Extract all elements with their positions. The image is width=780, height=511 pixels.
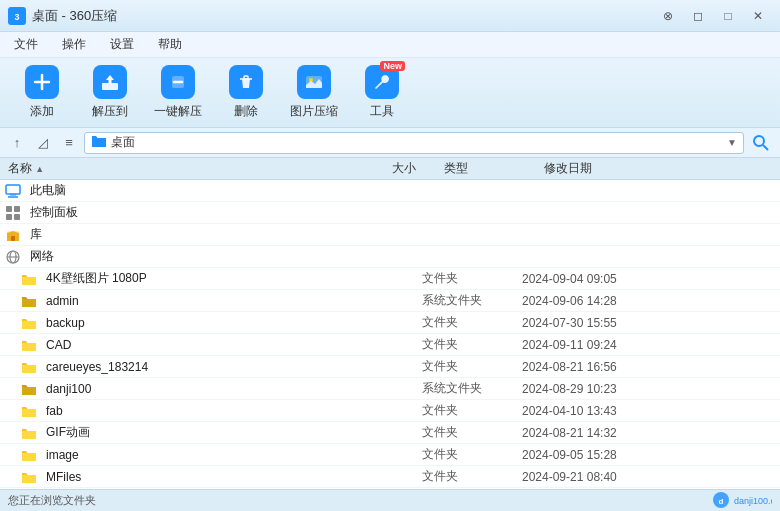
file-icon (20, 314, 38, 332)
table-row[interactable]: 控制面板 (0, 202, 780, 224)
address-bar: ↑ ◿ ≡ 桌面 ▼ (0, 128, 780, 158)
path-text: 桌面 (111, 134, 723, 151)
file-icon (20, 270, 38, 288)
file-name: CAD (4, 336, 342, 354)
svg-point-17 (754, 136, 764, 146)
svg-rect-22 (6, 206, 12, 212)
menu-operation[interactable]: 操作 (56, 34, 92, 55)
table-row[interactable]: music 文件夹 2024-03-30 15:32 (0, 488, 780, 489)
file-name: danji100 (4, 380, 342, 398)
menu-file[interactable]: 文件 (8, 34, 44, 55)
file-icon (20, 402, 38, 420)
delete-icon (229, 65, 263, 99)
maximize-button[interactable]: □ (714, 5, 742, 27)
extract-to-button[interactable]: 解压到 (78, 62, 142, 124)
file-date: 2024-09-21 08:40 (522, 470, 662, 484)
table-row[interactable]: backup 文件夹 2024-07-30 15:55 (0, 312, 780, 334)
file-name: 网络 (4, 248, 342, 266)
svg-rect-27 (11, 236, 15, 241)
title-bar-left: 3 桌面 - 360压缩 (8, 7, 117, 25)
new-badge: New (380, 61, 405, 71)
file-icon (20, 292, 38, 310)
file-icon (20, 424, 38, 442)
close-button[interactable]: ✕ (744, 5, 772, 27)
table-row[interactable]: 网络 (0, 246, 780, 268)
file-date: 2024-09-11 09:24 (522, 338, 662, 352)
menu-help[interactable]: 帮助 (152, 34, 188, 55)
table-row[interactable]: GIF动画 文件夹 2024-08-21 14:32 (0, 422, 780, 444)
file-icon (20, 468, 38, 486)
minimize-button[interactable]: ⊗ (654, 5, 682, 27)
file-icon (20, 380, 38, 398)
tools-button[interactable]: New 工具 (350, 62, 414, 124)
file-date: 2024-09-06 14:28 (522, 294, 662, 308)
view-list-button[interactable]: ≡ (58, 132, 80, 154)
table-row[interactable]: admin 系统文件夹 2024-09-06 14:28 (0, 290, 780, 312)
table-row[interactable]: CAD 文件夹 2024-09-11 09:24 (0, 334, 780, 356)
file-icon (4, 248, 22, 266)
one-extract-label: 一键解压 (154, 103, 202, 120)
file-type: 文件夹 (422, 468, 522, 485)
window-title: 桌面 - 360压缩 (32, 7, 117, 25)
col-name-header[interactable]: 名称 ▲ (4, 160, 364, 177)
file-name: 4K壁纸图片 1080P (4, 270, 342, 288)
view-grid-button[interactable]: ◿ (32, 132, 54, 154)
col-date-header[interactable]: 修改日期 (544, 160, 684, 177)
col-type-header[interactable]: 类型 (444, 160, 544, 177)
search-button[interactable] (748, 132, 774, 154)
file-date: 2024-08-29 10:23 (522, 382, 662, 396)
restore-button[interactable]: ◻ (684, 5, 712, 27)
file-name: GIF动画 (4, 424, 342, 442)
svg-text:3: 3 (14, 12, 19, 22)
file-type: 文件夹 (422, 424, 522, 441)
path-box[interactable]: 桌面 ▼ (84, 132, 744, 154)
file-list: 此电脑 控制面板 库 网络 4K壁纸图片 1080P (0, 180, 780, 489)
delete-button[interactable]: 删除 (214, 62, 278, 124)
sort-indicator: ▲ (35, 164, 44, 174)
file-date: 2024-09-04 09:05 (522, 272, 662, 286)
svg-rect-25 (14, 214, 20, 220)
table-row[interactable]: fab 文件夹 2024-04-10 13:43 (0, 400, 780, 422)
back-button[interactable]: ↑ (6, 132, 28, 154)
menu-settings[interactable]: 设置 (104, 34, 140, 55)
table-row[interactable]: 此电脑 (0, 180, 780, 202)
path-folder-icon (91, 134, 107, 151)
table-row[interactable]: danji100 系统文件夹 2024-08-29 10:23 (0, 378, 780, 400)
file-type: 文件夹 (422, 358, 522, 375)
file-name: backup (4, 314, 342, 332)
file-icon (4, 182, 22, 200)
img-compress-button[interactable]: 图片压缩 (282, 62, 346, 124)
file-name: image (4, 446, 342, 464)
one-extract-icon (161, 65, 195, 99)
add-icon (25, 65, 59, 99)
add-button[interactable]: 添加 (10, 62, 74, 124)
file-date: 2024-08-21 14:32 (522, 426, 662, 440)
dropdown-arrow-icon: ▼ (727, 137, 737, 148)
file-icon (20, 446, 38, 464)
file-type: 系统文件夹 (422, 380, 522, 397)
status-text: 您正在浏览文件夹 (8, 493, 96, 508)
table-row[interactable]: image 文件夹 2024-09-05 15:28 (0, 444, 780, 466)
status-bar: 您正在浏览文件夹 d danji100.com (0, 489, 780, 511)
img-compress-icon (297, 65, 331, 99)
file-name: careueyes_183214 (4, 358, 342, 376)
one-extract-button[interactable]: 一键解压 (146, 62, 210, 124)
table-row[interactable]: 库 (0, 224, 780, 246)
table-row[interactable]: careueyes_183214 文件夹 2024-08-21 16:56 (0, 356, 780, 378)
file-area: 名称 ▲ 大小 类型 修改日期 此电脑 控制面板 (0, 158, 780, 489)
img-compress-label: 图片压缩 (290, 103, 338, 120)
watermark: d danji100.com (712, 491, 772, 511)
col-size-header[interactable]: 大小 (364, 160, 444, 177)
extract-to-label: 解压到 (92, 103, 128, 120)
table-row[interactable]: 4K壁纸图片 1080P 文件夹 2024-09-04 09:05 (0, 268, 780, 290)
add-label: 添加 (30, 103, 54, 120)
svg-rect-20 (10, 194, 16, 196)
file-type: 文件夹 (422, 402, 522, 419)
table-row[interactable]: MFiles 文件夹 2024-09-21 08:40 (0, 466, 780, 488)
svg-text:danji100.com: danji100.com (734, 496, 772, 506)
tools-icon: New (365, 65, 399, 99)
menu-bar: 文件 操作 设置 帮助 (0, 32, 780, 58)
file-name: fab (4, 402, 342, 420)
file-type: 文件夹 (422, 314, 522, 331)
file-type: 系统文件夹 (422, 292, 522, 309)
